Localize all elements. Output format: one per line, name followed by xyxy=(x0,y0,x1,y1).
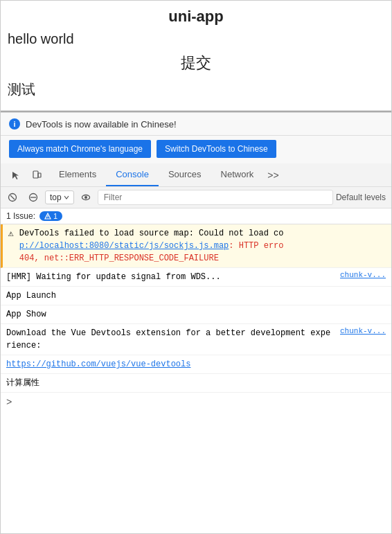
sockjs-link[interactable]: p://localhost:8080/static/js/sockjs.js.m… xyxy=(19,241,229,251)
device-icon[interactable] xyxy=(27,166,46,185)
switch-devtools-button[interactable]: Switch DevTools to Chinese xyxy=(157,140,276,158)
cursor-icon[interactable] xyxy=(6,166,26,185)
console-entry-appshow: App Show xyxy=(1,305,391,324)
issue-count: 1 xyxy=(53,212,57,220)
console-entry-computed: 计算属性 xyxy=(1,374,391,393)
computed-text: 计算属性 xyxy=(6,377,386,389)
console-entry-warning: ⚠ DevTools failed to load source map: Co… xyxy=(1,224,391,268)
devtools-tabs: Elements Console Sources Network >> xyxy=(1,163,391,187)
svg-point-9 xyxy=(48,217,48,218)
console-entry-download: Download the Vue Devtools extension for … xyxy=(1,324,391,355)
always-match-button[interactable]: Always match Chrome's language xyxy=(9,140,151,158)
top-label: top xyxy=(50,193,62,202)
svg-line-3 xyxy=(10,195,15,199)
download-chunk[interactable]: chunk-v... xyxy=(340,327,386,335)
issue-bar: 1 Issue: 1 xyxy=(1,208,391,224)
app-test: 测试 xyxy=(8,80,384,99)
devtools-banner: i DevTools is now available in Chinese! xyxy=(1,112,391,136)
hmr-chunk[interactable]: chunk-v... xyxy=(340,271,386,279)
filter-input[interactable] xyxy=(98,190,333,205)
download-text: Download the Vue Devtools extension for … xyxy=(6,327,335,352)
svg-point-7 xyxy=(84,196,87,199)
eye-icon[interactable] xyxy=(77,188,95,206)
more-tabs-icon[interactable]: >> xyxy=(263,164,283,186)
warning-icon: ⚠ xyxy=(8,228,14,239)
context-dropdown[interactable]: top xyxy=(45,190,74,204)
appshow-text: App Show xyxy=(6,308,386,321)
console-output[interactable]: ⚠ DevTools failed to load source map: Co… xyxy=(1,224,391,412)
vue-devtools-link[interactable]: https://github.com/vuejs/vue-devtools xyxy=(6,359,190,369)
console-entry-hmr: [HMR] Waiting for update signal from WDS… xyxy=(1,268,391,287)
tab-console[interactable]: Console xyxy=(106,163,159,186)
banner-text: DevTools is now available in Chinese! xyxy=(26,119,177,130)
tab-icons xyxy=(3,166,49,185)
issue-badge[interactable]: 1 xyxy=(39,211,62,221)
svg-rect-0 xyxy=(33,171,38,178)
prompt-arrow: > xyxy=(6,397,12,408)
tab-sources[interactable]: Sources xyxy=(159,163,211,186)
app-hello: hello world xyxy=(8,31,384,47)
app-area: uni-app hello world 提交 测试 xyxy=(1,1,391,111)
tab-elements[interactable]: Elements xyxy=(49,163,106,186)
app-title: uni-app xyxy=(8,8,384,26)
app-submit: 提交 xyxy=(8,53,384,73)
vuelink-text: https://github.com/vuejs/vue-devtools xyxy=(6,358,386,371)
block-icon[interactable] xyxy=(24,188,42,206)
console-prompt[interactable]: > xyxy=(1,393,391,412)
svg-rect-1 xyxy=(38,173,41,177)
console-entry-applaunch: App Launch xyxy=(1,287,391,305)
applaunch-text: App Launch xyxy=(6,290,386,302)
devtools-panel: i DevTools is now available in Chinese! … xyxy=(1,111,391,412)
console-toolbar: top Default levels xyxy=(1,187,391,208)
warning-text: DevTools failed to load source map: Coul… xyxy=(19,227,386,265)
clear-console-button[interactable] xyxy=(3,188,21,206)
info-icon: i xyxy=(9,118,20,130)
console-entry-vuelink: https://github.com/vuejs/vue-devtools xyxy=(1,355,391,374)
issue-label: 1 Issue: xyxy=(6,211,35,221)
hmr-text: [HMR] Waiting for update signal from WDS… xyxy=(6,271,335,283)
devtools-buttons-row: Always match Chrome's language Switch De… xyxy=(1,136,391,163)
default-levels-label: Default levels xyxy=(336,193,389,202)
tab-network[interactable]: Network xyxy=(211,163,264,186)
